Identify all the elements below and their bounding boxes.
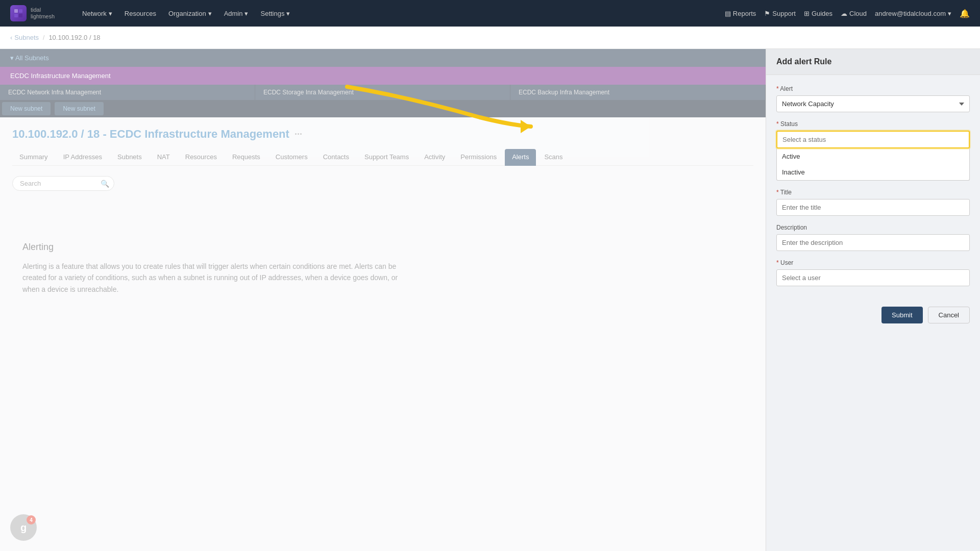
subnet-main-row[interactable]: ECDC Infrastructure Management [0, 67, 766, 85]
tab-bar: Summary IP Addresses Subnets NAT Resourc… [12, 149, 753, 166]
nav-user[interactable]: andrew@tidalcloud.com ▾ [875, 10, 951, 17]
right-panel: Add alert Rule Alert Network Capacity IP… [766, 49, 980, 551]
breadcrumb: ‹ Subnets / 10.100.192.0 / 18 [0, 27, 980, 49]
right-panel-header: Add alert Rule [766, 49, 980, 75]
form-actions: Submit Cancel [776, 298, 970, 323]
submit-button[interactable]: Submit [881, 307, 922, 323]
tab-requests[interactable]: Requests [225, 149, 267, 166]
notification-bell[interactable]: 🔔 [960, 9, 970, 18]
search-input-wrap: 🔍 [12, 176, 114, 191]
new-subnet-button-2[interactable]: New subnet [55, 102, 103, 115]
chevron-down-icon: ▾ [109, 10, 112, 17]
title-input[interactable] [776, 199, 970, 216]
breadcrumb-back-button[interactable]: ‹ Subnets [10, 34, 39, 41]
nav-resources[interactable]: Resources [119, 7, 161, 20]
subnet-children: ECDC Network Infra Management ECDC Stora… [0, 85, 766, 100]
subnet-all-link[interactable]: ▾ All Subnets [0, 49, 766, 67]
breadcrumb-separator: / [43, 34, 44, 41]
svg-rect-1 [19, 9, 22, 13]
avatar-badge-count: 4 [27, 515, 36, 524]
status-label: Status [776, 120, 970, 128]
form-group-description: Description [776, 224, 970, 251]
nav-cloud[interactable]: ☁ Cloud [841, 10, 867, 17]
form-group-user: User [776, 259, 970, 286]
tab-nat[interactable]: NAT [150, 149, 177, 166]
tab-subnets[interactable]: Subnets [110, 149, 149, 166]
nav-admin[interactable]: Admin ▾ [219, 7, 254, 20]
tab-resources[interactable]: Resources [178, 149, 224, 166]
svg-rect-0 [14, 9, 18, 13]
logo-icon [10, 5, 27, 21]
tab-ip-addresses[interactable]: IP Addresses [56, 149, 109, 166]
chevron-down-icon: ▾ [208, 10, 212, 17]
subnet-child-2[interactable]: ECDC Storage Inra Management [255, 85, 510, 100]
description-input[interactable] [776, 234, 970, 251]
nav-network[interactable]: Network ▾ [77, 7, 117, 20]
description-label: Description [776, 224, 970, 231]
cancel-button[interactable]: Cancel [928, 307, 970, 323]
tab-customers[interactable]: Customers [268, 149, 315, 166]
tab-alerts[interactable]: Alerts [505, 149, 536, 166]
user-label: User [776, 259, 970, 266]
logo-text: tidal lightmesh [31, 7, 55, 20]
right-panel-title: Add alert Rule [776, 57, 970, 66]
nav-items: Network ▾ Resources Organization ▾ Admin… [77, 7, 713, 20]
new-subnet-row: New subnet New subnet [0, 100, 766, 117]
status-option-active[interactable]: Active [777, 148, 969, 164]
more-options-button[interactable]: ··· [295, 129, 302, 140]
new-subnet-button-1[interactable]: New subnet [2, 102, 51, 115]
tab-summary[interactable]: Summary [12, 149, 55, 166]
breadcrumb-current: 10.100.192.0 / 18 [48, 34, 100, 41]
chevron-down-icon: ▾ [244, 10, 248, 17]
alerting-title: Alerting [22, 242, 743, 253]
status-option-inactive[interactable]: Inactive [777, 164, 969, 180]
alert-select[interactable]: Network Capacity IP Exhaustion Device Do… [776, 95, 970, 112]
main-layout: ▾ All Subnets ECDC Infrastructure Manage… [0, 49, 980, 551]
tab-permissions[interactable]: Permissions [453, 149, 504, 166]
nav-guides[interactable]: ⊞ Guides [804, 10, 832, 17]
tab-support-teams[interactable]: Support Teams [357, 149, 416, 166]
cloud-icon: ☁ [841, 10, 847, 17]
nav-reports[interactable]: ▤ Reports [725, 10, 756, 17]
tab-activity[interactable]: Activity [417, 149, 452, 166]
tab-contacts[interactable]: Contacts [316, 149, 356, 166]
form-group-status: Status Active Inactive [776, 120, 970, 181]
alerting-section: Alerting Alerting is a feature that allo… [12, 232, 753, 305]
chart-icon: ▤ [725, 10, 731, 17]
status-input[interactable] [776, 131, 970, 148]
tab-scans[interactable]: Scans [537, 149, 570, 166]
form-group-alert: Alert Network Capacity IP Exhaustion Dev… [776, 85, 970, 112]
subnet-tree: ▾ All Subnets ECDC Infrastructure Manage… [0, 49, 766, 117]
alert-label: Alert [776, 85, 970, 92]
triangle-icon: ▾ [10, 54, 15, 62]
nav-right: ▤ Reports ⚑ Support ⊞ Guides ☁ Cloud and… [725, 9, 970, 18]
subnet-child-3[interactable]: ECDC Backup Infra Management [510, 85, 766, 100]
page-title: 10.100.192.0 / 18 - ECDC Infrastructure … [12, 128, 753, 141]
logo[interactable]: tidal lightmesh [10, 5, 55, 21]
top-navigation: tidal lightmesh Network ▾ Resources Orga… [0, 0, 980, 27]
nav-settings[interactable]: Settings ▾ [255, 7, 295, 20]
search-input[interactable] [12, 176, 114, 191]
page-content: 10.100.192.0 / 18 - ECDC Infrastructure … [0, 117, 766, 315]
svg-rect-3 [19, 14, 22, 17]
back-arrow-icon: ‹ [10, 34, 12, 41]
search-bar: 🔍 [12, 176, 753, 191]
form-group-title: Title [776, 189, 970, 216]
nav-support[interactable]: ⚑ Support [764, 10, 796, 17]
search-icon[interactable]: 🔍 [101, 180, 109, 188]
book-icon: ⊞ [804, 10, 810, 17]
subnet-child-1[interactable]: ECDC Network Infra Management [0, 85, 255, 100]
nav-organization[interactable]: Organization ▾ [163, 7, 217, 20]
left-content: ▾ All Subnets ECDC Infrastructure Manage… [0, 49, 766, 551]
title-label: Title [776, 189, 970, 196]
support-icon: ⚑ [764, 10, 770, 17]
svg-rect-2 [14, 14, 18, 17]
right-panel-body: Alert Network Capacity IP Exhaustion Dev… [766, 75, 980, 551]
chevron-down-icon: ▾ [286, 10, 290, 17]
alerting-description: Alerting is a feature that allows you to… [22, 261, 410, 295]
avatar[interactable]: g 4 [10, 514, 37, 541]
chevron-down-icon: ▾ [948, 10, 951, 17]
status-dropdown: Active Inactive [776, 148, 970, 181]
user-input[interactable] [776, 269, 970, 286]
